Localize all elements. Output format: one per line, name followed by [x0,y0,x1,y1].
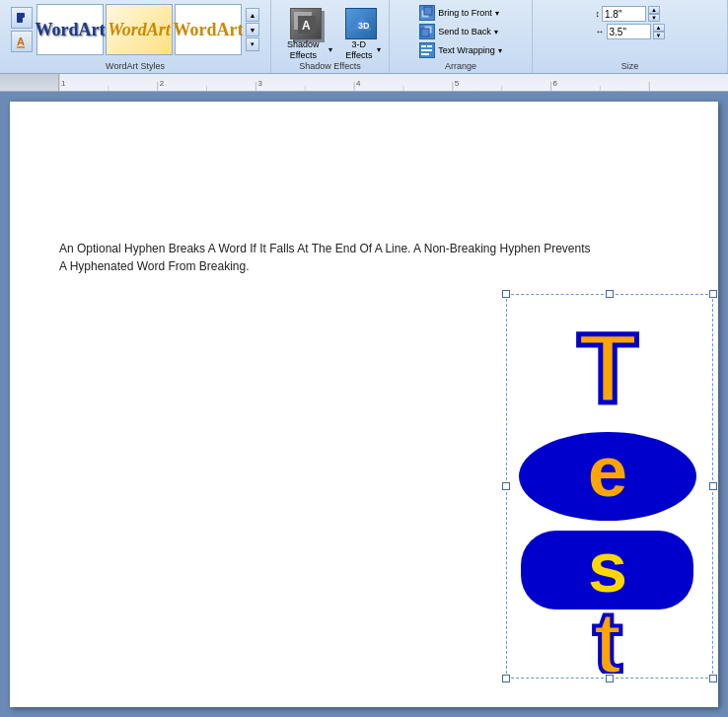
width-spin-up[interactable]: ▲ [653,24,665,32]
handle-bottom-right[interactable] [709,675,717,682]
send-to-back-icon [419,24,435,39]
height-input[interactable] [602,6,646,22]
size-label: Size [533,61,727,71]
shadow-group-label: Shadow Effects [271,61,389,71]
wordart-sample-3[interactable]: WordArt [175,4,242,55]
handle-middle-right[interactable] [709,482,717,490]
threed-effects-label: 3-D Effects [342,39,376,61]
threed-effects-button[interactable]: 3D 3-D Effects ▾ [338,6,385,63]
wordart-sample-2[interactable]: WordArt [106,4,173,55]
document-area: An Optional Hyphen Breaks A Word If It F… [0,92,728,717]
doc-text: An Optional Hyphen Breaks A Word If It F… [59,240,679,275]
send-to-back-button[interactable]: Send to Back ▾ [416,23,501,40]
ribbon: A WordArt WordArt WordArt ▲ ▼ ▾ [0,0,728,74]
selection-border [506,294,713,679]
arrange-label: Arrange [390,61,532,71]
svg-text:A: A [302,19,311,33]
wordart-scroll-down[interactable]: ▼ [246,23,259,36]
wordart-left-icons: A [11,7,33,52]
text-wrapping-row: Text Wrapping ▾ [416,41,504,59]
svg-rect-3 [17,46,25,48]
size-group: ↕ ▲ ▼ ↔ ▲ ▼ Size [533,0,728,73]
wordart-color-icon[interactable]: A [11,31,33,52]
ruler-corner [0,74,59,92]
size-inputs-area: ↕ ▲ ▼ ↔ ▲ ▼ [596,2,665,53]
handle-top-right[interactable] [709,290,717,298]
wordart-sample-1[interactable]: WordArt [36,4,104,55]
send-to-back-arrow: ▾ [494,28,498,36]
send-to-back-label: Send to Back [438,27,491,36]
svg-rect-17 [421,53,429,55]
svg-text:2: 2 [160,79,165,88]
handle-top-middle[interactable] [606,290,614,298]
height-spin-down[interactable]: ▼ [648,14,660,22]
width-input[interactable] [607,24,651,39]
shadow-effects-icon: A [290,8,322,39]
arrange-group: Bring to Front ▾ Send to Back ▾ [390,0,533,73]
threed-effects-icon: 3D [345,8,377,39]
width-row: ↔ ▲ ▼ [596,24,665,39]
bring-to-front-icon [419,5,435,21]
svg-text:3D: 3D [358,21,370,31]
handle-bottom-middle[interactable] [606,675,614,682]
shadow-effects-arrow: ▾ [328,45,332,54]
doc-text-line2: A Hyphenated Word From Breaking. [59,259,250,273]
svg-rect-11 [424,7,432,15]
height-row: ↕ ▲ ▼ [596,6,665,22]
text-wrapping-label: Text Wrapping [438,45,494,55]
text-wrapping-button[interactable]: Text Wrapping ▾ [416,41,504,59]
bring-to-front-arrow: ▾ [495,9,499,18]
send-to-back-row: Send to Back ▾ [416,23,504,40]
svg-text:5: 5 [455,79,460,88]
svg-text:3: 3 [257,79,262,88]
bring-to-front-button[interactable]: Bring to Front ▾ [416,4,502,22]
wordart-bold-icon[interactable] [11,7,33,29]
height-icon: ↕ [596,9,601,19]
width-icon: ↔ [596,27,605,36]
ruler-marks: 1 2 3 4 5 6 [59,74,728,91]
ruler: 1 2 3 4 5 6 [0,74,728,92]
handle-bottom-left[interactable] [502,675,510,682]
shadow-effects-label: Shadow Effects [279,39,328,61]
handle-top-left[interactable] [502,290,510,298]
svg-rect-13 [421,29,429,36]
width-spinner: ▲ ▼ [653,24,665,39]
handle-middle-left[interactable] [502,482,510,490]
threed-effects-arrow: ▾ [377,45,381,54]
svg-text:1: 1 [61,79,66,88]
height-spin-up[interactable]: ▲ [648,6,660,14]
bring-to-front-label: Bring to Front [438,8,492,18]
wordart-scroll-buttons: ▲ ▼ ▾ [246,8,259,51]
shadow-effects-group: A Shadow Effects ▾ 3D 3- [271,0,390,73]
svg-rect-1 [17,13,25,18]
text-wrapping-icon [419,42,435,58]
shadow-effects-button[interactable]: A Shadow Effects ▾ [275,6,336,63]
svg-rect-15 [427,45,432,47]
width-spin-down[interactable]: ▼ [653,32,665,39]
page: An Optional Hyphen Breaks A Word If It F… [10,102,718,707]
text-wrapping-arrow: ▾ [498,46,502,55]
wordart-styles-group: A WordArt WordArt WordArt ▲ ▼ ▾ [0,0,271,73]
wordart-styles-label: WordArt Styles [0,61,270,71]
bring-to-front-row: Bring to Front ▾ [416,4,504,22]
wordart-object[interactable]: T e s t [506,294,713,679]
wordart-scroll-up[interactable]: ▲ [246,8,259,22]
height-spinner: ▲ ▼ [648,6,660,22]
svg-text:A: A [17,36,25,47]
wordart-scroll-more[interactable]: ▾ [246,37,259,51]
svg-text:4: 4 [356,79,361,88]
svg-rect-14 [421,45,426,47]
svg-text:6: 6 [553,79,558,88]
svg-rect-16 [421,49,432,51]
doc-text-line1: An Optional Hyphen Breaks A Word If It F… [59,242,591,255]
